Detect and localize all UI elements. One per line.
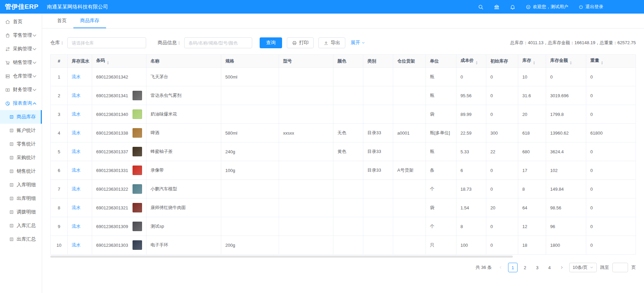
jump-to-input[interactable] xyxy=(612,263,628,272)
cell-color xyxy=(333,68,363,86)
product-thumbnail[interactable] xyxy=(133,166,142,175)
product-thumbnail[interactable] xyxy=(133,109,142,119)
cell-stock: 12 xyxy=(518,217,546,236)
tab-home[interactable]: 首页 xyxy=(50,14,73,28)
sidebar-subitem-retail-stats[interactable]: 零售统计 xyxy=(0,137,42,151)
tab-product-stock[interactable]: 商品库存 xyxy=(73,14,106,28)
flow-link[interactable]: 流水 xyxy=(72,205,81,210)
column-header-weight[interactable]: 重量▲▼ xyxy=(586,55,636,68)
column-header-amount[interactable]: 库存金额▲▼ xyxy=(546,55,586,68)
cell-shelf: A号货架 xyxy=(393,161,426,180)
sidebar-item-home[interactable]: 首页 xyxy=(0,15,42,29)
flow-link[interactable]: 流水 xyxy=(72,186,81,191)
search-button[interactable]: 查询 xyxy=(260,37,282,48)
print-button[interactable]: 打印 xyxy=(287,37,314,48)
sidebar-item-purchase[interactable]: 采购管理 xyxy=(0,42,42,56)
sort-carets-icon[interactable]: ▲▼ xyxy=(533,61,535,65)
sidebar-subitem-outbound-detail[interactable]: 出库明细 xyxy=(0,192,42,205)
expand-toggle[interactable]: 展开 xyxy=(351,40,365,46)
product-thumbnail[interactable] xyxy=(133,184,142,194)
sidebar-subitem-sales-stats[interactable]: 销售统计 xyxy=(0,165,42,178)
export-button[interactable]: 导出 xyxy=(318,37,345,48)
sidebar-item-retail[interactable]: 零售管理 xyxy=(0,29,42,42)
welcome-user[interactable]: 欢迎您，测试用户 xyxy=(526,4,568,10)
sort-carets-icon[interactable]: ▲▼ xyxy=(570,61,572,65)
page-size-select[interactable]: 10条/页 xyxy=(569,263,597,272)
flow-link[interactable]: 流水 xyxy=(72,149,81,154)
cell-unit: 瓶 xyxy=(426,68,456,86)
product-thumbnail[interactable] xyxy=(133,91,142,100)
flow-link[interactable]: 流水 xyxy=(72,224,81,229)
search-icon[interactable] xyxy=(478,4,484,10)
pagination-bar: 共 36 条 1234 10条/页 跳至 页 xyxy=(50,263,636,272)
sidebar-item-reports[interactable]: 报表查询 xyxy=(0,97,42,110)
sort-carets-icon[interactable]: ▲▼ xyxy=(475,61,478,65)
chevron-down-icon xyxy=(32,33,37,38)
warehouse-input[interactable] xyxy=(67,37,146,48)
chevron-down-icon xyxy=(32,87,37,92)
barcode-value: 6901236301341 xyxy=(96,93,128,98)
flow-link[interactable]: 流水 xyxy=(72,168,81,173)
next-page-button[interactable] xyxy=(558,263,566,272)
column-header-spec: 规格 xyxy=(221,55,279,68)
horizontal-scrollbar-thumb[interactable] xyxy=(50,256,513,258)
cell-init-stock: 0 xyxy=(486,180,518,199)
flow-link[interactable]: 流水 xyxy=(72,111,81,117)
sidebar-item-finance[interactable]: 财务管理 xyxy=(0,83,42,97)
cell-spec: 580ml xyxy=(221,124,279,142)
sort-carets-icon[interactable]: ▲▼ xyxy=(107,61,109,65)
cell-stock: 680 xyxy=(518,142,546,161)
prev-page-button[interactable] xyxy=(497,263,505,272)
bell-icon[interactable] xyxy=(510,4,516,10)
column-header-barcode[interactable]: 条码▲▼ xyxy=(92,55,146,68)
cell-index: 9 xyxy=(51,217,68,236)
sidebar-subitem-inbound-detail[interactable]: 入库明细 xyxy=(0,178,42,192)
cell-shelf xyxy=(393,105,426,124)
product-thumbnail[interactable] xyxy=(133,240,142,250)
logout-button[interactable]: 退出登录 xyxy=(578,4,603,10)
cell-flow: 流水 xyxy=(68,86,92,105)
product-thumbnail[interactable] xyxy=(133,128,142,138)
sidebar-subitem-inbound-summary[interactable]: 入库汇总 xyxy=(0,219,42,232)
cell-barcode: 6901236301340 xyxy=(92,105,146,124)
page-button-3[interactable]: 3 xyxy=(533,263,542,272)
cell-index: 1 xyxy=(51,68,68,86)
export-button-label: 导出 xyxy=(331,40,340,46)
cell-flow: 流水 xyxy=(68,236,92,255)
column-header-stock[interactable]: 库存▲▼ xyxy=(518,55,546,68)
sort-carets-icon[interactable]: ▲▼ xyxy=(601,61,603,65)
column-header-model: 型号 xyxy=(279,55,333,68)
sidebar-subitem-outbound-summary[interactable]: 出库汇总 xyxy=(0,232,42,246)
sidebar-item-sales[interactable]: 销售管理 xyxy=(0,56,42,69)
column-header-label: 仓位货架 xyxy=(397,58,415,64)
cell-name: 雷达杀虫气雾剂 xyxy=(146,86,221,105)
sidebar-subitem-account-stats[interactable]: 账户统计 xyxy=(0,124,42,137)
product-thumbnail[interactable] xyxy=(133,147,142,156)
flow-link[interactable]: 流水 xyxy=(72,74,81,79)
product-thumbnail[interactable] xyxy=(133,222,142,231)
sidebar-subitem-transfer-detail[interactable]: 调拨明细 xyxy=(0,205,42,219)
product-thumbnail[interactable] xyxy=(133,203,142,212)
sidebar-item-warehouse[interactable]: 仓库管理 xyxy=(0,69,42,83)
column-header-index: # xyxy=(51,55,68,68)
cell-category: 目录33 xyxy=(363,161,393,180)
sidebar-subitem-purchase-stats[interactable]: 采购统计 xyxy=(0,151,42,165)
flow-link[interactable]: 流水 xyxy=(72,130,81,135)
cell-model xyxy=(279,236,333,255)
cell-spec: 500ml xyxy=(221,68,279,86)
page-button-4[interactable]: 4 xyxy=(545,263,554,272)
cell-stock: 31.6 xyxy=(518,86,546,105)
page-button-2[interactable]: 2 xyxy=(520,263,530,272)
flow-link[interactable]: 流水 xyxy=(72,93,81,98)
column-header-label: 库存金额 xyxy=(550,58,568,63)
flow-link[interactable]: 流水 xyxy=(72,242,81,247)
column-header-cost[interactable]: 成本价▲▼ xyxy=(456,55,486,68)
product-info-input[interactable] xyxy=(184,37,252,48)
cell-unit: 瓶[多单位] xyxy=(426,124,456,142)
sidebar-subitem-product-stock[interactable]: 商品库存 xyxy=(0,110,42,124)
page-button-1[interactable]: 1 xyxy=(508,263,518,272)
stock-totals: 总库存：4011.13，总库存金额：166148.19，总重量：62572.75 xyxy=(510,40,636,46)
bank-icon[interactable] xyxy=(494,4,500,10)
barcode-value: 6901236301322 xyxy=(96,187,128,192)
cell-init-stock: 0 xyxy=(486,236,518,255)
